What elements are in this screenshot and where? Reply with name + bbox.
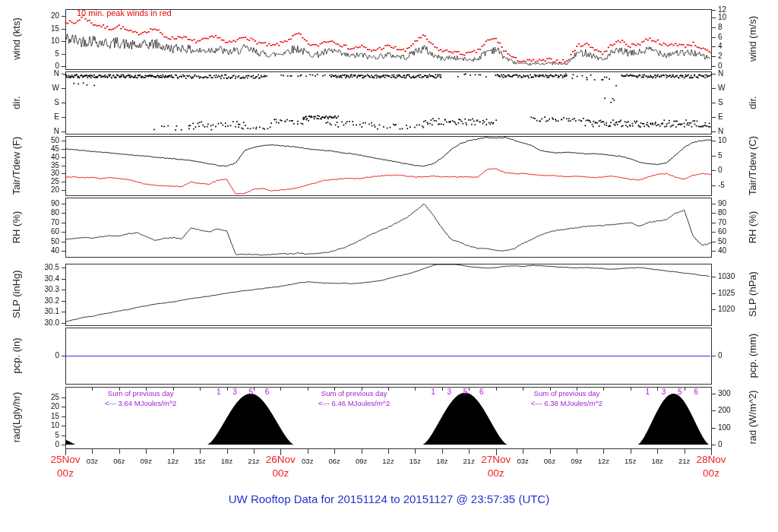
rh-right-tick-label: 90 [718, 200, 751, 207]
wind-left-tick-label: 5 [26, 50, 59, 58]
dir-right-tick-label: W [718, 84, 751, 92]
x-axis-hour-label: 06z [108, 457, 131, 465]
rh-right-tick-label: 70 [718, 219, 751, 226]
dir-right-tick-label: S [718, 99, 751, 106]
rad-purple-digit: 6 [691, 388, 701, 396]
rh-right-tick-label: 80 [718, 209, 751, 217]
x-axis-day-time-label: 00z [256, 467, 305, 479]
rad-sum-annotation-line2: <--- 3.64 MJoules/m^2 [76, 398, 205, 408]
rad-left-tick-label: 15 [26, 413, 59, 420]
dir-left-tick-label: N [26, 70, 59, 78]
dir-right-tick-label: E [718, 113, 751, 121]
rad-right-tick-label: 0 [718, 441, 751, 448]
rh-right-tick-label: 50 [718, 238, 751, 245]
tair-right-tick-label: 5 [718, 152, 751, 160]
rad-purple-digit: 1 [428, 388, 438, 396]
meteogram-canvas [0, 0, 778, 532]
x-axis-hour-label: 09z [565, 457, 588, 465]
tair-left-tick-label: 30 [26, 169, 59, 177]
x-axis-hour-label: 12z [592, 457, 615, 465]
tair-right-tick-label: -5 [718, 182, 751, 189]
wind-right-tick-label: 6 [718, 33, 751, 41]
temp-left-axis-title: Tair/Tdew (F) [11, 137, 22, 195]
x-axis-hour-label: 06z [323, 457, 346, 465]
x-axis-day-label: 26Nov [256, 454, 305, 465]
rad-sum-annotation-line2: <--- 6.38 MJoules/m^2 [502, 398, 631, 408]
x-axis-hour-label: 18z [646, 457, 669, 465]
rh-left-tick-label: 60 [26, 228, 59, 236]
slp-left-tick-label: 30.1 [26, 308, 59, 315]
tair-left-tick-label: 25 [26, 178, 59, 185]
rad-left-tick-label: 5 [26, 432, 59, 439]
x-axis-hour-label: 15z [403, 457, 426, 465]
tair-left-tick-label: 45 [26, 145, 59, 153]
rh-left-tick-label: 80 [26, 209, 59, 217]
wind-right-tick-label: 2 [718, 52, 751, 60]
rh-right-tick-label: 60 [718, 228, 751, 236]
x-axis-day-label: 25Nov [41, 454, 90, 465]
rad-purple-digit: 1 [213, 388, 224, 396]
dir-left-tick-label: E [26, 113, 59, 121]
rad-sum-annotation-line1: Sum of previous day [502, 388, 631, 398]
rad-sum-annotation-line1: Sum of previous day [289, 388, 419, 398]
tair-left-tick-label: 35 [26, 162, 59, 169]
pcp-left-axis-title: pcp. (in) [11, 338, 22, 374]
tair-left-tick-label: 50 [26, 137, 59, 144]
rad-left-tick-label: 20 [26, 403, 59, 410]
x-axis-hour-label: 15z [619, 457, 642, 465]
rad-right-axis-title: rad (W/m^2) [747, 390, 758, 444]
rh-left-tick-label: 90 [26, 200, 59, 207]
wind-right-tick-label: 10 [718, 14, 751, 21]
rad-purple-digit: 6 [262, 388, 273, 396]
x-axis-hour-label: 12z [377, 457, 400, 465]
rh-left-tick-label: 40 [26, 247, 59, 255]
rad-left-axis-title: rad(Lgly/hr) [11, 392, 22, 442]
pcp-left-tick-label: 0 [26, 352, 59, 359]
x-axis-day-time-label: 00z [472, 467, 520, 479]
slp-right-tick-label: 1025 [718, 290, 751, 297]
x-axis-day-label: 28Nov [687, 454, 735, 465]
x-axis-day-time-label: 00z [687, 467, 735, 479]
slp-left-tick-label: 30.0 [26, 319, 59, 327]
x-axis-day-label: 27Nov [472, 454, 520, 465]
rad-purple-digit: 5 [245, 388, 256, 396]
x-axis-hour-label: 18z [431, 457, 454, 465]
slp-left-tick-label: 30.2 [26, 297, 59, 305]
rad-purple-digit: 5 [460, 388, 471, 396]
rad-sum-annotation-line1: Sum of previous day [76, 388, 205, 398]
pcp-right-tick-label: 0 [718, 352, 751, 359]
rh-left-tick-label: 50 [26, 238, 59, 245]
rad-right-tick-label: 300 [718, 390, 751, 397]
rad-purple-digit: 1 [642, 388, 653, 396]
x-axis-day-time-label: 00z [41, 467, 90, 479]
tair-right-tick-label: 10 [718, 137, 751, 144]
slp-left-tick-label: 30.5 [26, 264, 59, 271]
slp-left-axis-title: SLP (inHg) [11, 270, 22, 318]
dir-left-tick-label: S [26, 99, 59, 106]
slp-right-tick-label: 1020 [718, 306, 751, 313]
dir-left-axis-title: dir. [11, 96, 22, 109]
wind-right-tick-label: 4 [718, 43, 751, 50]
dir-right-tick-label: N [718, 128, 751, 135]
x-axis-hour-label: 12z [162, 457, 185, 465]
rad-purple-digit: 5 [675, 388, 685, 396]
rad-purple-digit: 3 [658, 388, 669, 396]
rad-left-tick-label: 25 [26, 394, 59, 401]
dir-left-tick-label: N [26, 128, 59, 135]
x-axis-hour-label: 09z [134, 457, 157, 465]
tair-left-tick-label: 20 [26, 186, 59, 194]
rh-left-axis-title: RH (%) [11, 211, 22, 244]
rad-purple-digit: 3 [444, 388, 454, 396]
wind-left-axis-title: wind (kts) [11, 17, 22, 60]
wind-right-tick-label: 8 [718, 24, 751, 31]
peak-wind-note: 10 min. peak winds in red [77, 8, 172, 17]
x-axis-hour-label: 18z [216, 457, 239, 465]
rad-purple-digit: 3 [229, 388, 240, 396]
slp-left-tick-label: 30.4 [26, 275, 59, 283]
slp-left-tick-label: 30.3 [26, 286, 59, 293]
wind-left-tick-label: 20 [26, 12, 59, 20]
x-axis-hour-label: 09z [350, 457, 373, 465]
dir-left-tick-label: W [26, 84, 59, 92]
rad-left-tick-label: 0 [26, 441, 59, 448]
dir-right-tick-label: N [718, 70, 751, 78]
